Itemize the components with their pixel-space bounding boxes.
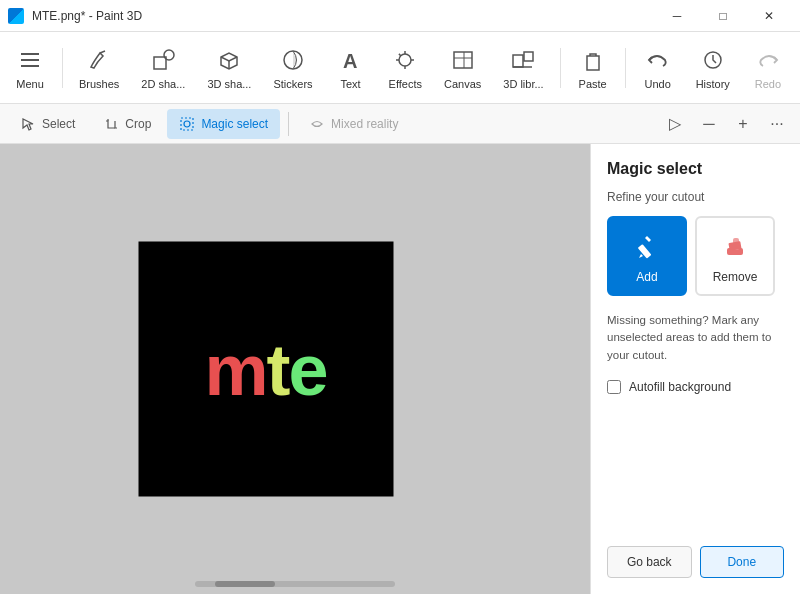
- toolbar-item-history[interactable]: History: [686, 36, 740, 100]
- more-options-button[interactable]: ···: [762, 109, 792, 139]
- toolbar-item-text[interactable]: A Text: [325, 36, 377, 100]
- play-button[interactable]: ▷: [660, 109, 690, 139]
- add-label: Add: [636, 270, 657, 284]
- done-button[interactable]: Done: [700, 546, 785, 578]
- toolbar-item-brushes[interactable]: Brushes: [69, 36, 129, 100]
- toolbar-item-2d-shapes[interactable]: 2D sha...: [131, 36, 195, 100]
- stickers-icon: [279, 46, 307, 74]
- letter-t: t: [267, 329, 289, 409]
- toolbar-item-menu[interactable]: Menu: [4, 36, 56, 100]
- svg-point-25: [184, 121, 190, 127]
- toolbar-text-label: Text: [340, 78, 360, 90]
- letter-e: e: [288, 329, 326, 409]
- text-icon: A: [337, 46, 365, 74]
- redo-icon: [754, 46, 782, 74]
- window-title: MTE.png* - Paint 3D: [32, 9, 142, 23]
- mixed-reality-button[interactable]: Mixed reality: [297, 109, 410, 139]
- toolbar-item-stickers[interactable]: Stickers: [263, 36, 322, 100]
- toolbar-divider-1: [62, 48, 63, 88]
- crop-btn-label: Crop: [125, 117, 151, 131]
- side-panel: Magic select Refine your cutout Add: [590, 144, 800, 594]
- crop-icon: [103, 116, 119, 132]
- magic-select-btn-label: Magic select: [201, 117, 268, 131]
- toolbar-item-undo[interactable]: Undo: [632, 36, 684, 100]
- plus-button[interactable]: +: [728, 109, 758, 139]
- main-content: mte Magic select Refine your cutout: [0, 144, 800, 594]
- secondary-toolbar-right: ▷ ─ + ···: [660, 109, 792, 139]
- canvas-image: mte: [138, 242, 393, 497]
- toolbar-divider-2: [560, 48, 561, 88]
- title-bar-controls: ─ □ ✕: [654, 0, 792, 32]
- svg-line-14: [399, 53, 401, 55]
- panel-footer: Go back Done: [607, 546, 784, 578]
- toolbar-2d-shapes-label: 2D sha...: [141, 78, 185, 90]
- undo-icon: [644, 46, 672, 74]
- minus-button[interactable]: ─: [694, 109, 724, 139]
- toolbar-3d-library-label: 3D libr...: [503, 78, 543, 90]
- crop-button[interactable]: Crop: [91, 109, 163, 139]
- paste-icon: [579, 46, 607, 74]
- toolbar-item-paste[interactable]: Paste: [567, 36, 619, 100]
- brushes-icon: [85, 46, 113, 74]
- toolbar-item-effects[interactable]: Effects: [379, 36, 432, 100]
- panel-title: Magic select: [607, 160, 784, 178]
- toolbar-item-canvas[interactable]: Canvas: [434, 36, 491, 100]
- svg-rect-2: [21, 65, 39, 67]
- mixed-reality-icon: [309, 116, 325, 132]
- sec-toolbar-divider: [288, 112, 289, 136]
- toolbar-redo-label: Redo: [755, 78, 781, 90]
- svg-rect-15: [454, 52, 472, 68]
- toolbar-item-redo[interactable]: Redo: [742, 36, 794, 100]
- 2d-shapes-icon: [149, 46, 177, 74]
- toolbar-effects-label: Effects: [389, 78, 422, 90]
- toolbar-item-3d-library[interactable]: 3D libr...: [493, 36, 553, 100]
- refine-remove-button[interactable]: Remove: [695, 216, 775, 296]
- title-bar: MTE.png* - Paint 3D ─ □ ✕: [0, 0, 800, 32]
- panel-refine-label: Refine your cutout: [607, 190, 784, 204]
- app-icon: [8, 8, 24, 24]
- select-button[interactable]: Select: [8, 109, 87, 139]
- toolbar-menu-label: Menu: [16, 78, 44, 90]
- magic-select-button[interactable]: Magic select: [167, 109, 280, 139]
- select-btn-label: Select: [42, 117, 75, 131]
- toolbar-stickers-label: Stickers: [273, 78, 312, 90]
- svg-rect-1: [21, 59, 39, 61]
- toolbar-item-3d-shapes[interactable]: 3D sha...: [197, 36, 261, 100]
- svg-rect-24: [181, 118, 193, 130]
- mixed-reality-btn-label: Mixed reality: [331, 117, 398, 131]
- remove-refine-icon: [717, 228, 753, 264]
- toolbar-canvas-label: Canvas: [444, 78, 481, 90]
- autofill-checkbox[interactable]: [607, 380, 621, 394]
- toolbar-history-label: History: [696, 78, 730, 90]
- refine-add-button[interactable]: Add: [607, 216, 687, 296]
- 3d-shapes-icon: [215, 46, 243, 74]
- svg-rect-4: [154, 57, 166, 69]
- maximize-button[interactable]: □: [700, 0, 746, 32]
- svg-point-5: [164, 50, 174, 60]
- toolbar-divider-3: [625, 48, 626, 88]
- history-icon: [699, 46, 727, 74]
- select-icon: [20, 116, 36, 132]
- svg-marker-27: [645, 236, 651, 242]
- close-button[interactable]: ✕: [746, 0, 792, 32]
- canvas-area[interactable]: mte: [0, 144, 590, 594]
- go-back-button[interactable]: Go back: [607, 546, 692, 578]
- autofill-row: Autofill background: [607, 380, 784, 394]
- svg-line-3: [100, 51, 105, 53]
- svg-rect-18: [513, 55, 523, 67]
- toolbar-undo-label: Undo: [644, 78, 670, 90]
- canvas-scrollbar[interactable]: [0, 580, 590, 588]
- canvas-icon: [449, 46, 477, 74]
- magic-select-icon: [179, 116, 195, 132]
- letter-m: m: [204, 329, 266, 409]
- 3d-library-icon: [509, 46, 537, 74]
- toolbar-3d-shapes-label: 3D sha...: [207, 78, 251, 90]
- add-refine-icon: [629, 228, 665, 264]
- mte-text-display: mte: [204, 328, 326, 410]
- toolbar-paste-label: Paste: [579, 78, 607, 90]
- minimize-button[interactable]: ─: [654, 0, 700, 32]
- svg-marker-23: [23, 119, 33, 130]
- svg-rect-21: [587, 56, 599, 70]
- svg-rect-0: [21, 53, 39, 55]
- secondary-toolbar: Select Crop Magic select Mixed reality ▷…: [0, 104, 800, 144]
